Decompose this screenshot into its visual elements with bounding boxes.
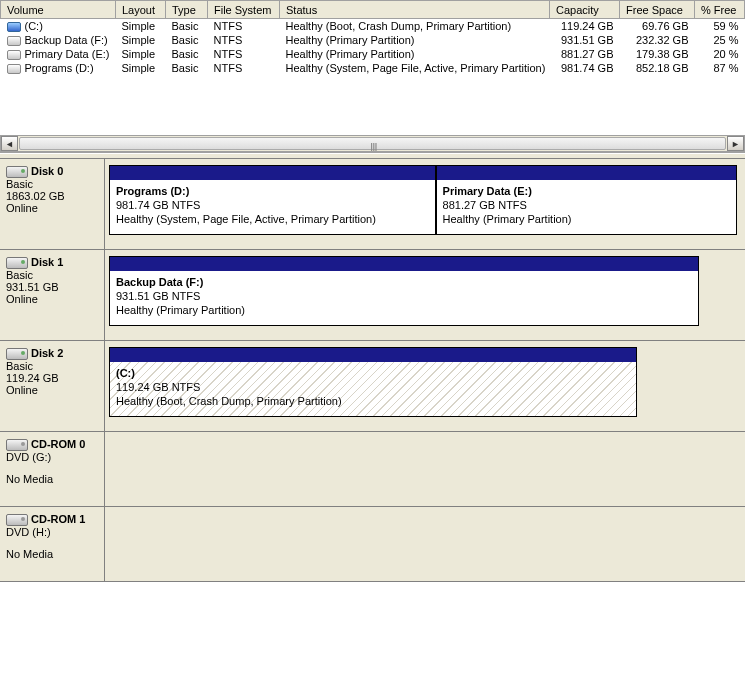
scroll-right-button[interactable]: ►: [727, 136, 744, 151]
partition-size: 981.74 GB NTFS: [116, 198, 429, 212]
volume-free: 69.76 GB: [620, 19, 695, 34]
disk-label[interactable]: Disk 1Basic931.51 GBOnline: [0, 250, 105, 340]
scroll-grip-icon: Ⅲ: [370, 141, 376, 147]
volume-free: 852.18 GB: [620, 61, 695, 75]
disk-type: DVD (G:): [6, 451, 100, 463]
partition-size: 931.51 GB NTFS: [116, 289, 692, 303]
partition[interactable]: Primary Data (E:)881.27 GB NTFSHealthy (…: [436, 165, 737, 235]
volume-icon: [7, 50, 21, 60]
volume-fs: NTFS: [208, 47, 280, 61]
volume-layout: Simple: [116, 61, 166, 75]
volume-pctfree: 59 %: [695, 19, 745, 34]
volume-fs: NTFS: [208, 33, 280, 47]
volume-pctfree: 20 %: [695, 47, 745, 61]
disk-partitions: [105, 432, 745, 506]
volume-layout: Simple: [116, 33, 166, 47]
disk-title: Disk 0: [31, 165, 63, 177]
disk-label[interactable]: Disk 0Basic1863.02 GBOnline: [0, 159, 105, 249]
disk-size: 931.51 GB: [6, 281, 100, 293]
disk-state: Online: [6, 384, 100, 396]
scroll-left-button[interactable]: ◄: [1, 136, 18, 151]
partition-stripe: [110, 257, 698, 271]
disk-type: Basic: [6, 178, 100, 190]
disk-size: 1863.02 GB: [6, 190, 100, 202]
disk-icon: [6, 166, 28, 178]
volume-header-row[interactable]: Volume Layout Type File System Status Ca…: [1, 1, 745, 19]
disk-label[interactable]: CD-ROM 0DVD (G:)No Media: [0, 432, 105, 506]
disk-state: Online: [6, 202, 100, 214]
disk-title: CD-ROM 0: [31, 438, 85, 450]
disk-partitions: Backup Data (F:)931.51 GB NTFSHealthy (P…: [105, 250, 745, 340]
disk-icon: [6, 348, 28, 360]
disk-title: Disk 2: [31, 347, 63, 359]
disk-row[interactable]: CD-ROM 1DVD (H:)No Media: [0, 507, 745, 582]
col-type[interactable]: Type: [166, 1, 208, 19]
volume-pctfree: 25 %: [695, 33, 745, 47]
partition-name: Programs (D:): [116, 184, 429, 198]
volume-free: 232.32 GB: [620, 33, 695, 47]
table-row[interactable]: Backup Data (F:)SimpleBasicNTFSHealthy (…: [1, 33, 745, 47]
table-row[interactable]: (C:)SimpleBasicNTFSHealthy (Boot, Crash …: [1, 19, 745, 34]
disk-state: No Media: [6, 473, 100, 485]
partition-status: Healthy (Primary Partition): [443, 212, 730, 226]
partition-name: Backup Data (F:): [116, 275, 692, 289]
partition-size: 119.24 GB NTFS: [116, 380, 630, 394]
volume-type: Basic: [166, 19, 208, 34]
volume-name: Backup Data (F:): [25, 34, 108, 46]
disk-row[interactable]: CD-ROM 0DVD (G:)No Media: [0, 432, 745, 507]
volume-icon: [7, 64, 21, 74]
partition-status: Healthy (Primary Partition): [116, 303, 692, 317]
partition[interactable]: (C:)119.24 GB NTFSHealthy (Boot, Crash D…: [109, 347, 637, 417]
partition-status: Healthy (System, Page File, Active, Prim…: [116, 212, 429, 226]
disk-icon: [6, 257, 28, 269]
volume-name: Primary Data (E:): [25, 48, 110, 60]
partition-name: Primary Data (E:): [443, 184, 730, 198]
partition[interactable]: Backup Data (F:)931.51 GB NTFSHealthy (P…: [109, 256, 699, 326]
disk-icon: [6, 514, 28, 526]
col-fs[interactable]: File System: [208, 1, 280, 19]
partition-size: 881.27 GB NTFS: [443, 198, 730, 212]
volume-fs: NTFS: [208, 19, 280, 34]
col-status[interactable]: Status: [280, 1, 550, 19]
disk-partitions: [105, 507, 745, 581]
col-layout[interactable]: Layout: [116, 1, 166, 19]
table-row[interactable]: Programs (D:)SimpleBasicNTFSHealthy (Sys…: [1, 61, 745, 75]
scroll-track[interactable]: Ⅲ: [19, 137, 726, 150]
volume-icon: [7, 36, 21, 46]
volume-free: 179.38 GB: [620, 47, 695, 61]
disk-label[interactable]: Disk 2Basic119.24 GBOnline: [0, 341, 105, 431]
col-capacity[interactable]: Capacity: [550, 1, 620, 19]
disk-state: No Media: [6, 548, 100, 560]
disk-row[interactable]: Disk 2Basic119.24 GBOnline(C:)119.24 GB …: [0, 341, 745, 432]
disk-row[interactable]: Disk 1Basic931.51 GBOnlineBackup Data (F…: [0, 250, 745, 341]
col-free[interactable]: Free Space: [620, 1, 695, 19]
partition-stripe: [110, 166, 435, 180]
partition-stripe: [437, 166, 736, 180]
col-volume[interactable]: Volume: [1, 1, 116, 19]
volume-type: Basic: [166, 47, 208, 61]
volume-name: (C:): [25, 20, 43, 32]
disk-map-pane: Disk 0Basic1863.02 GBOnlinePrograms (D:)…: [0, 159, 745, 582]
volume-layout: Simple: [116, 47, 166, 61]
volume-capacity: 981.74 GB: [550, 61, 620, 75]
partition[interactable]: Programs (D:)981.74 GB NTFSHealthy (Syst…: [109, 165, 436, 235]
disk-icon: [6, 439, 28, 451]
volume-status: Healthy (Primary Partition): [280, 33, 550, 47]
volume-fs: NTFS: [208, 61, 280, 75]
volume-list-pane: Volume Layout Type File System Status Ca…: [0, 0, 745, 153]
disk-row[interactable]: Disk 0Basic1863.02 GBOnlinePrograms (D:)…: [0, 159, 745, 250]
table-row[interactable]: Primary Data (E:)SimpleBasicNTFSHealthy …: [1, 47, 745, 61]
col-pctfree[interactable]: % Free: [695, 1, 745, 19]
horizontal-scrollbar[interactable]: ◄ Ⅲ ►: [0, 135, 745, 152]
disk-type: DVD (H:): [6, 526, 100, 538]
disk-title: Disk 1: [31, 256, 63, 268]
disk-type: Basic: [6, 269, 100, 281]
volume-type: Basic: [166, 33, 208, 47]
volume-table[interactable]: Volume Layout Type File System Status Ca…: [0, 0, 745, 135]
volume-pctfree: 87 %: [695, 61, 745, 75]
disk-label[interactable]: CD-ROM 1DVD (H:)No Media: [0, 507, 105, 581]
partition-stripe: [110, 348, 636, 362]
volume-status: Healthy (Primary Partition): [280, 47, 550, 61]
volume-status: Healthy (Boot, Crash Dump, Primary Parti…: [280, 19, 550, 34]
partition-status: Healthy (Boot, Crash Dump, Primary Parti…: [116, 394, 630, 408]
